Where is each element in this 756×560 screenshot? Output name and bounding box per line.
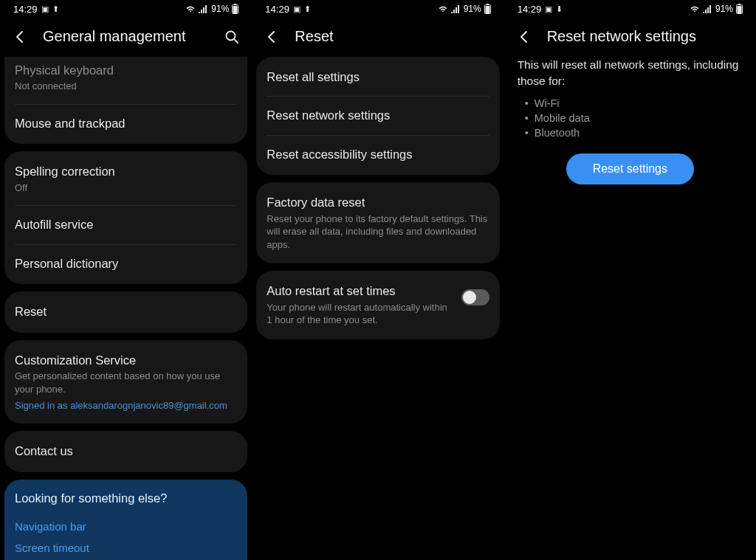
navigation-bar-link[interactable]: Navigation bar: [15, 516, 237, 537]
page-title: General management: [43, 28, 209, 45]
back-button[interactable]: [12, 29, 28, 45]
status-battery: 91%: [464, 4, 481, 14]
status-battery: 91%: [715, 4, 733, 14]
bullet-wifi: Wi-Fi: [525, 96, 743, 111]
back-button[interactable]: [516, 29, 532, 45]
bullet-mobile-data: Mobile data: [525, 111, 743, 125]
svg-rect-2: [233, 6, 238, 13]
screenshot-icon: ▣: [41, 4, 49, 14]
spelling-correction-item[interactable]: Spelling correction Off: [4, 153, 247, 205]
wifi-icon: [185, 5, 196, 13]
screen-reset: 14:29 ▣ ⬆ 91% Reset Reset all settings: [252, 0, 504, 560]
status-time: 14:29: [13, 4, 38, 15]
description-block: This will reset all network settings, in…: [504, 57, 756, 198]
status-time: 14:29: [265, 4, 289, 15]
status-time: 14:29: [518, 4, 542, 15]
status-bar: 14:29 ▣ ⬆ 91%: [252, 0, 504, 18]
upload-icon: ⬆: [304, 4, 311, 14]
screen-general-management: 14:29 ▣ ⬆ 91% General management: [0, 0, 252, 560]
screenshot-icon: ▣: [293, 4, 300, 14]
reset-network-settings-item[interactable]: Reset network settings: [256, 97, 499, 134]
reset-accessibility-settings-item[interactable]: Reset accessibility settings: [256, 136, 499, 173]
bullet-list: Wi-Fi Mobile data Bluetooth: [518, 96, 743, 140]
factory-data-reset-item[interactable]: Factory data reset Reset your phone to i…: [256, 184, 499, 262]
mouse-trackpad-item[interactable]: Mouse and trackpad: [4, 105, 247, 142]
customization-service-item[interactable]: Customization Service Get personalized c…: [4, 342, 247, 423]
status-bar: 14:29 ▣ ⬆ 91%: [0, 0, 252, 18]
page-title: Reset network settings: [547, 28, 744, 45]
physical-keyboard-item[interactable]: Physical keyboard Not connected: [4, 58, 247, 104]
looking-for-card: Looking for something else? Navigation b…: [4, 480, 247, 560]
wifi-icon: [438, 5, 448, 13]
nav-header: General management: [0, 18, 252, 57]
signal-icon: [703, 5, 712, 13]
screen-reset-network: 14:29 ▣ ⬇ 91% Reset network settings Thi…: [504, 0, 756, 560]
contact-us-item[interactable]: Contact us: [4, 432, 247, 470]
battery-icon: [232, 4, 238, 14]
battery-icon: [736, 4, 743, 14]
download-icon: ⬇: [556, 4, 563, 14]
nav-header: Reset: [252, 18, 504, 57]
signed-in-link[interactable]: Signed in as aleksandarognjanovic89@gmai…: [15, 400, 237, 411]
wifi-icon: [690, 5, 700, 13]
svg-rect-10: [737, 6, 741, 13]
svg-line-4: [234, 39, 238, 43]
reset-all-settings-item[interactable]: Reset all settings: [256, 58, 499, 96]
back-button[interactable]: [264, 29, 280, 45]
autofill-service-item[interactable]: Autofill service: [4, 206, 247, 243]
nav-header: Reset network settings: [504, 18, 756, 57]
looking-for-heading: Looking for something else?: [15, 491, 237, 505]
bullet-bluetooth: Bluetooth: [525, 125, 743, 140]
signal-icon: [199, 5, 208, 13]
search-button[interactable]: [224, 29, 240, 45]
personal-dictionary-item[interactable]: Personal dictionary: [4, 245, 247, 283]
description-text: This will reset all network settings, in…: [518, 57, 743, 89]
signal-icon: [451, 5, 461, 13]
screen-timeout-link[interactable]: Screen timeout: [15, 537, 237, 559]
svg-rect-7: [485, 6, 489, 13]
screenshot-icon: ▣: [545, 4, 552, 14]
page-title: Reset: [295, 28, 492, 45]
battery-icon: [484, 4, 491, 14]
upload-icon: ⬆: [52, 4, 59, 14]
status-battery: 91%: [211, 4, 229, 14]
reset-settings-button[interactable]: Reset settings: [566, 153, 694, 184]
reset-item[interactable]: Reset: [4, 293, 247, 331]
status-bar: 14:29 ▣ ⬇ 91%: [504, 0, 756, 18]
auto-restart-item[interactable]: Auto restart at set times Your phone wil…: [256, 272, 499, 338]
auto-restart-toggle[interactable]: [461, 289, 489, 305]
